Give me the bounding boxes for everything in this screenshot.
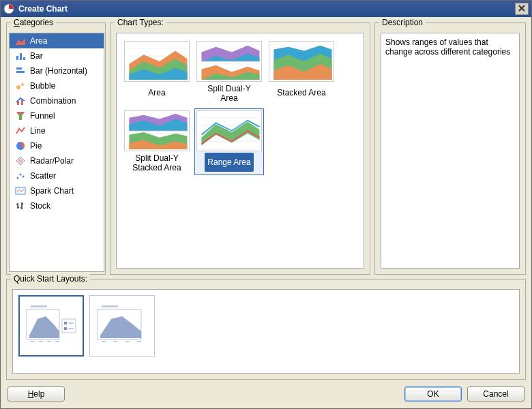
combo-icon bbox=[15, 95, 26, 106]
chart-type-split-dual-y-area[interactable]: Split Dual-Y Area bbox=[194, 39, 264, 106]
svg-rect-30 bbox=[31, 305, 47, 307]
category-label: Line bbox=[30, 126, 46, 136]
chart-type-split-dual-y-stacked-area[interactable]: Split Dual-Y Stacked Area bbox=[122, 108, 192, 175]
svg-rect-38 bbox=[64, 327, 67, 330]
category-label: Funnel bbox=[30, 111, 55, 121]
dialog-title: Create Chart bbox=[18, 4, 68, 14]
svg-rect-31 bbox=[31, 341, 35, 342]
pie-icon bbox=[15, 140, 26, 151]
quick-start-body bbox=[12, 289, 520, 374]
svg-rect-34 bbox=[55, 341, 59, 342]
area-icon bbox=[15, 35, 26, 46]
quick-start-layout-2[interactable] bbox=[89, 295, 155, 357]
close-button[interactable] bbox=[515, 3, 529, 15]
categories-legend-text: ategories bbox=[20, 18, 53, 27]
chart-type-label: Split Dual-Y Stacked Area bbox=[124, 153, 190, 173]
description-text: Shows ranges of values that change acros… bbox=[385, 37, 510, 57]
svg-rect-36 bbox=[64, 322, 67, 324]
category-item-bar-horizontal-[interactable]: Bar (Horizontal) bbox=[10, 63, 104, 78]
svg-rect-37 bbox=[68, 322, 74, 324]
category-label: Area bbox=[30, 36, 47, 46]
category-label: Radar/Polar bbox=[30, 156, 74, 166]
quick-start-legend: Quick Start Layouts: bbox=[11, 274, 90, 284]
title-bar: Create Chart bbox=[1, 1, 531, 17]
svg-rect-35 bbox=[62, 319, 76, 333]
category-item-area[interactable]: Area bbox=[10, 33, 104, 48]
category-item-stock[interactable]: Stock bbox=[10, 198, 104, 213]
chart-type-label: Split Dual-Y Area bbox=[196, 83, 262, 104]
chart-type-area[interactable]: Area bbox=[122, 39, 192, 106]
category-label: Scatter bbox=[30, 171, 56, 181]
stock-icon bbox=[15, 200, 26, 211]
category-label: Bar bbox=[30, 51, 43, 61]
category-item-bar[interactable]: Bar bbox=[10, 48, 104, 63]
category-label: Pie bbox=[30, 141, 42, 151]
categories-legend: Categories bbox=[11, 18, 56, 27]
category-item-bubble[interactable]: Bubble bbox=[10, 78, 104, 93]
chart-type-label: Area bbox=[145, 83, 168, 102]
svg-rect-42 bbox=[102, 341, 106, 342]
line-icon bbox=[15, 125, 26, 136]
categories-list: AreaBarBar (Horizontal)BubbleCombination… bbox=[10, 33, 104, 213]
chart-types-legend: Chart Types: bbox=[115, 18, 166, 27]
svg-rect-39 bbox=[68, 328, 74, 329]
chart-type-label: Range Area bbox=[205, 153, 253, 172]
quick-start-layout-1[interactable] bbox=[18, 295, 84, 357]
quick-start-fieldset: Quick Start Layouts: bbox=[6, 279, 526, 380]
radar-icon bbox=[15, 155, 26, 166]
svg-rect-44 bbox=[125, 341, 130, 342]
chart-type-range-area[interactable]: Range Area bbox=[194, 108, 264, 175]
chart-types-grid: AreaSplit Dual-Y AreaStacked AreaSplit D… bbox=[122, 39, 358, 175]
categories-list-container: AreaBarBar (Horizontal)BubbleCombination… bbox=[9, 33, 104, 272]
categories-fieldset: Categories AreaBarBar (Horizontal)Bubble… bbox=[6, 22, 106, 275]
category-label: Stock bbox=[30, 201, 50, 211]
description-legend: Description bbox=[379, 18, 426, 27]
svg-rect-45 bbox=[137, 341, 141, 342]
chart-type-stacked-area[interactable]: Stacked Area bbox=[267, 39, 336, 106]
chart-types-body: AreaSplit Dual-Y AreaStacked AreaSplit D… bbox=[116, 33, 364, 269]
ok-button[interactable]: OK bbox=[404, 387, 462, 402]
cancel-button[interactable]: Cancel bbox=[467, 387, 524, 402]
category-item-line[interactable]: Line bbox=[10, 123, 104, 138]
category-item-spark-chart[interactable]: Spark Chart bbox=[10, 183, 104, 198]
svg-rect-43 bbox=[113, 341, 117, 342]
category-label: Combination bbox=[30, 96, 76, 106]
upper-row: Categories AreaBarBar (Horizontal)Bubble… bbox=[6, 22, 526, 275]
dialog-content: Categories AreaBarBar (Horizontal)Bubble… bbox=[1, 17, 531, 385]
svg-rect-32 bbox=[39, 341, 43, 342]
svg-rect-33 bbox=[47, 341, 51, 342]
category-label: Spark Chart bbox=[30, 186, 74, 196]
category-item-scatter[interactable]: Scatter bbox=[10, 168, 104, 183]
category-label: Bubble bbox=[30, 81, 55, 91]
description-fieldset: Description Shows ranges of values that … bbox=[374, 22, 526, 275]
close-icon bbox=[518, 4, 525, 14]
hbar-icon bbox=[15, 65, 26, 76]
category-item-pie[interactable]: Pie bbox=[10, 138, 104, 153]
svg-rect-41 bbox=[102, 305, 118, 307]
description-body: Shows ranges of values that change acros… bbox=[381, 33, 520, 269]
chart-types-fieldset: Chart Types: AreaSplit Dual-Y AreaStacke… bbox=[110, 22, 370, 275]
funnel-icon bbox=[15, 110, 26, 121]
chart-type-label: Stacked Area bbox=[274, 83, 328, 102]
category-item-combination[interactable]: Combination bbox=[10, 93, 104, 108]
button-bar: Help OK Cancel bbox=[1, 385, 531, 408]
spark-icon bbox=[15, 185, 26, 196]
bar-icon bbox=[15, 50, 26, 61]
app-icon bbox=[3, 3, 14, 14]
scatter-icon bbox=[15, 170, 26, 181]
category-label: Bar (Horizontal) bbox=[30, 66, 87, 76]
create-chart-dialog: Create Chart Categories AreaBarBar (Hori… bbox=[0, 0, 532, 409]
category-item-funnel[interactable]: Funnel bbox=[10, 108, 104, 123]
bubble-icon bbox=[15, 80, 26, 91]
category-item-radar-polar[interactable]: Radar/Polar bbox=[10, 153, 104, 168]
help-button[interactable]: Help bbox=[8, 387, 65, 402]
